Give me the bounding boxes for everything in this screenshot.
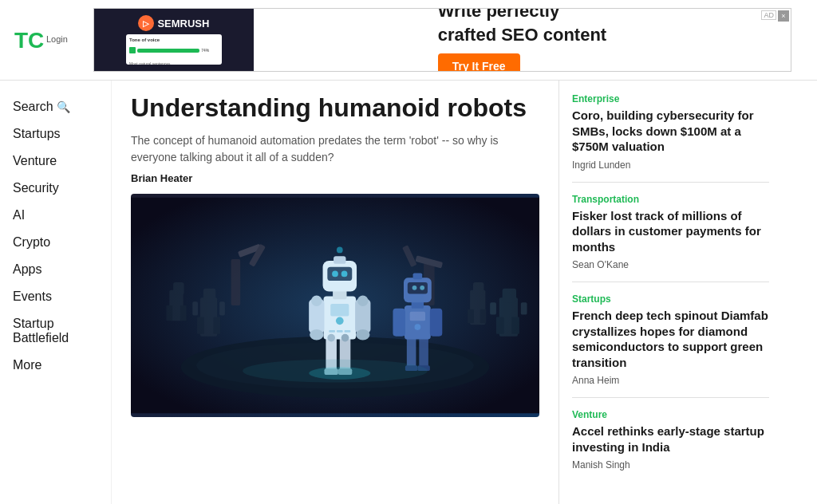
svg-rect-60	[405, 305, 431, 340]
ad-screenshot-preview: Tone of voice 74% Most natural sentences	[126, 34, 222, 65]
svg-rect-11	[197, 317, 204, 333]
logo[interactable]: TC Login	[13, 27, 68, 53]
svg-rect-67	[408, 282, 428, 293]
ad-left-panel: ▷ SEMRUSH Tone of voice 74% Most	[94, 9, 254, 71]
ad-close-button[interactable]: ×	[778, 10, 789, 22]
ad-headline-1: Write perfectly	[438, 8, 559, 22]
login-link[interactable]: Login	[46, 34, 68, 45]
svg-rect-70	[413, 273, 423, 279]
svg-point-68	[412, 285, 417, 290]
news-author-2: Anna Heim	[572, 375, 769, 386]
svg-rect-61	[410, 312, 425, 321]
svg-rect-22	[473, 282, 484, 294]
sidebar-more-label: More	[13, 358, 41, 372]
search-icon: 🔍	[57, 100, 70, 113]
svg-point-43	[310, 329, 323, 341]
sidebar-item-ai[interactable]: AI	[13, 202, 111, 229]
svg-point-53	[341, 334, 349, 342]
sidebar-item-crypto[interactable]: Crypto	[13, 229, 111, 256]
svg-rect-12	[213, 317, 220, 333]
svg-text:TC: TC	[14, 28, 44, 53]
sidebar: Search 🔍 Startups Venture Security AI Cr…	[0, 81, 112, 504]
news-category-3: Venture	[572, 409, 769, 420]
svg-rect-27	[496, 317, 504, 333]
tc-logo-icon: TC	[13, 27, 45, 53]
svg-rect-64	[430, 309, 442, 337]
svg-point-51	[337, 246, 343, 253]
sidebar-item-security[interactable]: Security	[13, 175, 111, 202]
svg-rect-47	[327, 266, 352, 280]
sidebar-venture-label: Venture	[13, 154, 57, 168]
main-layout: Search 🔍 Startups Venture Security AI Cr…	[0, 81, 817, 504]
svg-rect-26	[503, 289, 516, 302]
content-area: Understanding humanoid robots The concep…	[112, 81, 817, 504]
sidebar-item-startup-battlefield[interactable]: Startup Battlefield	[13, 310, 111, 352]
svg-rect-15	[231, 259, 241, 305]
svg-rect-23	[468, 309, 474, 323]
news-item-2: Startups French deep tech spinout Diamfa…	[572, 293, 769, 398]
svg-point-52	[327, 334, 335, 342]
svg-rect-50	[334, 256, 345, 264]
svg-rect-8	[180, 305, 187, 321]
news-headline-3[interactable]: Accel rethinks early-stage startup inves…	[572, 423, 769, 455]
robot-scene-svg	[131, 194, 539, 417]
news-headline-0[interactable]: Coro, building cybersecurity for SMBs, l…	[572, 108, 769, 155]
news-headline-1[interactable]: Fisker lost track of millions of dollars…	[572, 208, 769, 255]
news-headline-2[interactable]: French deep tech spinout Diamfab crystal…	[572, 308, 769, 370]
sidebar-startups-label: Startups	[13, 127, 61, 141]
article-hero-image	[131, 194, 539, 417]
svg-rect-14	[219, 301, 225, 315]
sidebar-item-venture[interactable]: Venture	[13, 148, 111, 175]
right-sidebar: Enterprise Coro, building cybersecurity …	[558, 81, 782, 504]
sidebar-security-label: Security	[13, 181, 59, 195]
news-category-1: Transportation	[572, 194, 769, 205]
sidebar-item-apps[interactable]: Apps	[13, 256, 111, 283]
svg-rect-30	[521, 302, 527, 314]
news-author-0: Ingrid Lunden	[572, 159, 769, 171]
semrush-logo: ▷ SEMRUSH	[138, 15, 209, 31]
news-item-0: Enterprise Coro, building cybersecurity …	[572, 93, 769, 183]
svg-rect-36	[330, 304, 349, 316]
news-category-2: Startups	[572, 293, 769, 305]
sidebar-events-label: Events	[13, 289, 52, 304]
svg-point-37	[336, 317, 344, 325]
svg-rect-7	[166, 305, 172, 321]
article-author: Brian Heater	[131, 172, 539, 184]
svg-rect-40	[345, 330, 351, 333]
svg-rect-28	[511, 317, 519, 333]
sidebar-item-search[interactable]: Search 🔍	[13, 93, 111, 120]
news-category-0: Enterprise	[572, 93, 769, 104]
sidebar-item-events[interactable]: Events	[13, 283, 111, 310]
svg-rect-57	[419, 336, 428, 367]
svg-point-44	[356, 329, 369, 341]
sidebar-apps-label: Apps	[13, 262, 41, 277]
svg-rect-24	[480, 309, 487, 323]
sidebar-search-label: Search	[13, 100, 53, 114]
svg-point-48	[332, 270, 338, 277]
svg-point-55	[357, 295, 369, 306]
sidebar-item-startups[interactable]: Startups	[13, 120, 111, 148]
news-author-3: Manish Singh	[572, 459, 769, 471]
svg-rect-56	[407, 336, 416, 367]
svg-rect-29	[490, 302, 496, 314]
ad-middle-panel: Write perfectly crafted SEO content Try …	[254, 9, 791, 71]
svg-point-49	[341, 270, 348, 277]
svg-point-69	[420, 285, 424, 290]
news-item-1: Transportation Fisker lost track of mill…	[572, 194, 769, 283]
ad-banner: AD × ▷ SEMRUSH Tone of voice 7	[93, 8, 791, 72]
sidebar-startup-battlefield-label: Startup Battlefield	[13, 317, 111, 345]
news-item-3: Venture Accel rethinks early-stage start…	[572, 409, 769, 482]
svg-rect-38	[329, 330, 335, 333]
semrush-icon: ▷	[138, 15, 154, 31]
svg-rect-6	[173, 282, 184, 294]
svg-rect-39	[337, 330, 343, 333]
svg-rect-13	[192, 301, 198, 315]
main-article: Understanding humanoid robots The concep…	[112, 81, 558, 504]
sidebar-item-more[interactable]: More	[13, 352, 111, 379]
ad-cta-button[interactable]: Try It Free	[438, 53, 520, 72]
svg-point-62	[415, 324, 421, 330]
svg-point-72	[309, 367, 370, 379]
sidebar-ai-label: AI	[13, 208, 25, 222]
svg-point-54	[311, 295, 322, 306]
news-author-1: Sean O'Kane	[572, 259, 769, 270]
